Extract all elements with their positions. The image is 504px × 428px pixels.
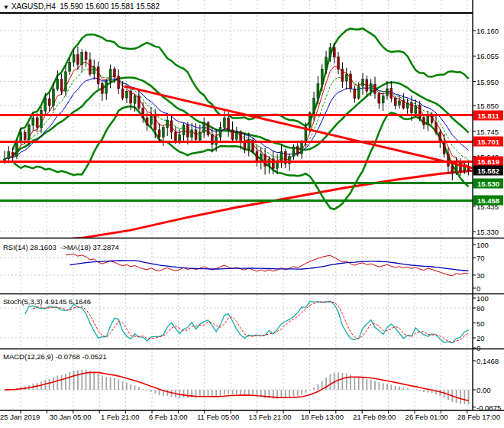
time-axis-label: 26 Feb 01:00 xyxy=(405,413,448,421)
price-axis-label: 15.745 xyxy=(477,127,499,135)
macd-indicator-label: MACD(12,26,9) -0.0768 -0.0521 xyxy=(3,352,107,361)
time-axis-label: 6 Feb 13:00 xyxy=(149,413,188,421)
time-axis-label: 21 Feb 09:00 xyxy=(353,413,396,421)
stoch-axis-label: 20 xyxy=(477,334,485,342)
time-axis-label: 30 Jan 05:00 xyxy=(50,413,92,421)
trading-chart-window: ▼XAGUSD,H4 15.590 15.600 15.581 15.582 R… xyxy=(0,0,504,428)
stoch-axis-label: 80 xyxy=(477,304,485,313)
price-axis-label: 15.330 xyxy=(477,228,499,236)
stoch-d-line xyxy=(33,302,468,342)
chart-header: ▼XAGUSD,H4 15.590 15.600 15.581 15.582 xyxy=(3,2,160,11)
price-axis-label: 16.055 xyxy=(477,52,499,60)
rsi-indicator-label: RSI(14) 28.1603 ->MA(18) 37.2874 xyxy=(3,243,119,251)
main-panel xyxy=(4,28,473,242)
price-axis-label: 16.160 xyxy=(477,27,499,35)
level-price-badge: 15.458 xyxy=(473,196,503,206)
symbol-menu-icon[interactable]: ▼ xyxy=(3,4,9,11)
time-axis-label: 25 Jan 2019 xyxy=(0,413,40,421)
level-price-badge: 15.701 xyxy=(473,137,503,147)
stoch-k-line xyxy=(25,301,469,342)
descending-trendline xyxy=(124,86,473,168)
current-price-badge: 15.582 xyxy=(473,166,503,176)
macd-axis-label: -0.0875 xyxy=(477,403,501,411)
macd-histogram xyxy=(5,370,469,405)
macd-axis-label: 0.1468 xyxy=(477,356,499,365)
chart-canvas[interactable] xyxy=(0,0,504,428)
level-price-badge: 15.530 xyxy=(473,178,503,188)
stoch-indicator-label: Stoch(5,3,3) 4.9145 6.1646 xyxy=(3,297,91,306)
stoch-axis-label: 100 xyxy=(477,294,489,303)
rsi-panel xyxy=(0,254,473,276)
rsi-axis-label: 0 xyxy=(477,284,480,293)
time-axis-label: 11 Feb 05:00 xyxy=(197,413,239,421)
time-axis[interactable]: 25 Jan 201930 Jan 05:001 Feb 21:006 Feb … xyxy=(0,413,500,421)
time-axis-label: 28 Feb 17:00 xyxy=(457,413,500,421)
price-axis-label: 15.850 xyxy=(477,102,499,110)
macd-axis-label: 0.00 xyxy=(477,386,491,394)
rsi-ma-line xyxy=(69,261,468,271)
rsi-axis-label: 30 xyxy=(477,271,485,279)
stoch-axis-label: 0 xyxy=(477,344,480,352)
time-axis-label: 13 Feb 21:00 xyxy=(249,413,292,421)
time-axis-label: 18 Feb 13:00 xyxy=(301,413,344,421)
level-price-badge: 15.811 xyxy=(473,110,503,120)
stoch-axis-label: 50 xyxy=(477,319,485,327)
ohlc-values: 15.590 15.600 15.581 15.582 xyxy=(60,2,160,11)
macd-panel xyxy=(0,370,473,405)
stoch-panel xyxy=(0,301,473,342)
price-axis-label: 15.950 xyxy=(477,77,499,86)
rsi-axis-label: 100 xyxy=(477,241,489,249)
bollinger-lower xyxy=(13,106,469,209)
time-axis-label: 1 Feb 21:00 xyxy=(101,413,140,421)
rsi-axis-label: 70 xyxy=(477,254,485,262)
symbol-period-label: XAGUSD,H4 xyxy=(11,2,56,11)
